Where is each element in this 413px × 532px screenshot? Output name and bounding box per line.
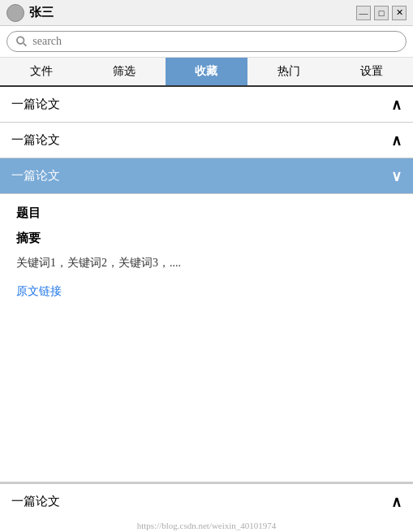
detail-keywords: 关键词1，关键词2，关键词3，.... — [16, 256, 397, 270]
search-input-wrap[interactable] — [6, 31, 407, 52]
chevron-up-icon: ∧ — [391, 493, 402, 511]
nav-tabs: 文件 筛选 收藏 热门 设置 — [0, 58, 413, 87]
close-button[interactable]: ✕ — [392, 6, 407, 20]
avatar — [6, 4, 24, 22]
tab-files[interactable]: 文件 — [0, 58, 83, 85]
svg-point-0 — [17, 37, 24, 44]
chevron-down-icon: ∨ — [391, 167, 402, 185]
minimize-button[interactable]: — — [356, 6, 371, 20]
watermark: https://blog.csdn.net/weixin_40101974 — [0, 519, 413, 532]
detail-panel: 题目 摘要 关键词1，关键词2，关键词3，.... 原文链接 — [0, 194, 413, 482]
tab-hot[interactable]: 热门 — [247, 58, 330, 85]
bottom-item-title: 一篇论文 — [11, 494, 60, 509]
window-controls[interactable]: — □ ✕ — [356, 6, 407, 20]
detail-abstract: 摘要 — [16, 231, 397, 246]
bottom-list-item[interactable]: 一篇论文 ∧ — [0, 483, 413, 519]
search-icon — [15, 35, 28, 48]
list-item-expanded[interactable]: 一篇论文 ∨ — [0, 158, 413, 194]
list-item[interactable]: 一篇论文 ∧ — [0, 87, 413, 123]
content-list: 一篇论文 ∧ 一篇论文 ∧ 一篇论文 ∨ 题目 摘要 关键词1，关键词2，关键词… — [0, 87, 413, 483]
page-title: 张三 — [29, 5, 54, 20]
svg-line-1 — [24, 43, 26, 45]
list-item[interactable]: 一篇论文 ∧ — [0, 123, 413, 158]
detail-title: 题目 — [16, 205, 397, 221]
maximize-button[interactable]: □ — [374, 6, 389, 20]
title-bar: 张三 — □ ✕ — [0, 0, 413, 26]
search-bar — [0, 26, 413, 58]
tab-settings[interactable]: 设置 — [330, 58, 413, 85]
tab-filter[interactable]: 筛选 — [83, 58, 166, 85]
chevron-up-icon: ∧ — [391, 132, 402, 149]
list-item-title: 一篇论文 — [11, 168, 60, 184]
title-bar-left: 张三 — [6, 4, 54, 22]
chevron-up-icon: ∧ — [391, 96, 402, 114]
original-link[interactable]: 原文链接 — [16, 285, 62, 297]
list-item-title: 一篇论文 — [11, 97, 60, 112]
list-item-title: 一篇论文 — [11, 132, 60, 148]
tab-favorites[interactable]: 收藏 — [166, 58, 248, 85]
search-input[interactable] — [32, 35, 398, 48]
